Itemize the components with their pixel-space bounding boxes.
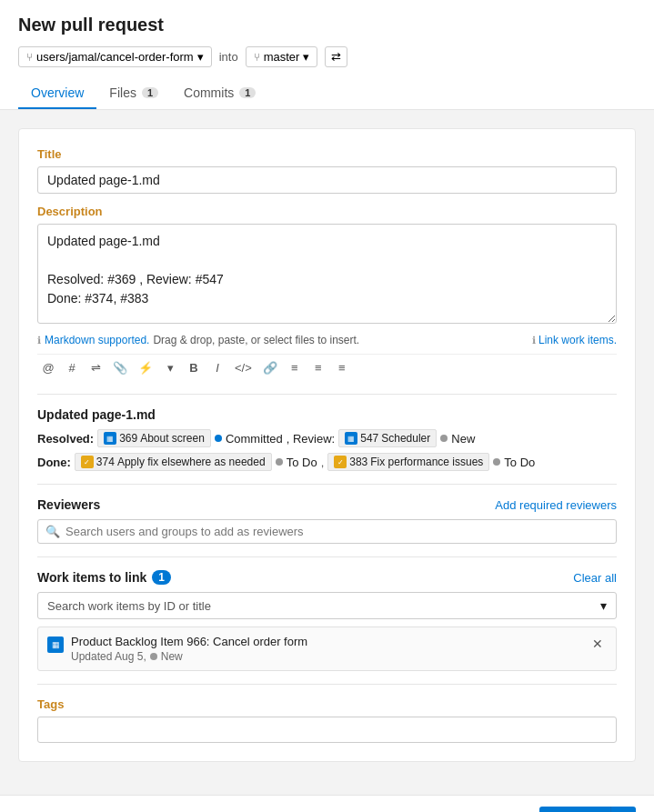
section-divider-2 xyxy=(37,484,617,485)
work-item-updated: Updated Aug 5, xyxy=(71,650,146,663)
chip-547-icon: ▦ xyxy=(345,432,357,445)
work-item-status-dot xyxy=(150,653,157,660)
target-branch-button[interactable]: ⑂ master ▾ xyxy=(246,46,318,67)
tags-label: Tags xyxy=(37,697,617,711)
toolbar-attach-button[interactable]: 📎 xyxy=(108,358,132,377)
done-line: Done: ✓ 374 Apply fix elsewhere as neede… xyxy=(37,453,617,471)
swap-branches-button[interactable]: ⇄ xyxy=(325,46,347,67)
work-item-details: Product Backlog Item 966: Cancel order f… xyxy=(71,635,307,663)
toolbar-indent-button[interactable]: ≡ xyxy=(331,358,353,377)
preview-title: Updated page-1.md xyxy=(37,407,617,422)
clear-all-link[interactable]: Clear all xyxy=(573,571,617,585)
work-item-icon: ▦ xyxy=(47,637,64,653)
todo-label-383: To Do xyxy=(504,456,535,469)
chip-374-icon: ✓ xyxy=(81,456,94,468)
chip-374-text: Apply fix elsewhere as needed xyxy=(117,456,266,468)
work-item-chip-383[interactable]: ✓ 383 Fix performance issues xyxy=(327,453,489,471)
work-item-meta: Updated Aug 5, New xyxy=(71,650,307,663)
work-item-title: Product Backlog Item 966: Cancel order f… xyxy=(71,635,307,648)
page-title: New pull request xyxy=(18,15,636,35)
into-text: into xyxy=(219,50,238,64)
toolbar: @ # ⇌ 📎 ⚡ ▾ B I </> 🔗 ≡ ≡ ≡ xyxy=(37,354,617,381)
form-section: Title Description Updated page-1.md Reso… xyxy=(18,128,636,762)
toolbar-bold-button[interactable]: B xyxy=(183,358,205,377)
branch-bar: ⑂ users/jamal/cancel-order-form ▾ into ⑂… xyxy=(18,46,636,67)
toolbar-hash-button[interactable]: # xyxy=(61,358,83,377)
chip-369-id: 369 xyxy=(119,432,137,445)
create-dropdown-button[interactable]: ▾ xyxy=(610,807,636,812)
chip-374-id: 374 xyxy=(96,456,115,468)
reviewer-search-icon: 🔍 xyxy=(45,525,60,538)
reviewers-header: Reviewers Add required reviewers xyxy=(37,497,617,512)
remove-work-item-button[interactable]: ✕ xyxy=(589,635,607,653)
work-item-dropdown-icon: ▾ xyxy=(600,598,607,613)
toolbar-hyperlink-button[interactable]: 🔗 xyxy=(258,358,282,377)
description-field-group: Description Updated page-1.md Resolved: … xyxy=(37,205,617,381)
target-branch-label: master xyxy=(264,50,300,64)
work-item-search-text: Search work items by ID or title xyxy=(47,599,211,613)
source-branch-chevron-icon: ▾ xyxy=(197,50,204,64)
work-item-chip-374[interactable]: ✓ 374 Apply fix elsewhere as needed xyxy=(75,453,272,471)
toolbar-code-button[interactable]: </> xyxy=(230,358,257,377)
work-items-header: Work items to link 1 Clear all xyxy=(37,570,617,585)
tags-input[interactable] xyxy=(37,717,617,743)
toolbar-ol-button[interactable]: ≡ xyxy=(284,358,306,377)
chip-383-icon: ✓ xyxy=(334,456,347,468)
toolbar-dropdown-button[interactable]: ▾ xyxy=(159,358,181,377)
chip-383-text: Fix performance issues xyxy=(370,456,483,468)
markdown-supported-link[interactable]: Markdown supported. xyxy=(45,334,149,346)
toolbar-ul-button[interactable]: ≡ xyxy=(307,358,329,377)
done-label: Done: xyxy=(37,456,71,469)
work-item-card: ▦ Product Backlog Item 966: Cancel order… xyxy=(37,627,617,671)
create-button[interactable]: Create xyxy=(539,807,610,812)
chip-383-id: 383 xyxy=(349,456,367,468)
chip-547-text: Scheduler xyxy=(381,432,430,445)
tab-files[interactable]: Files 1 xyxy=(96,78,171,109)
title-input[interactable] xyxy=(37,166,617,194)
source-branch-label: users/jamal/cancel-order-form xyxy=(36,50,194,64)
work-item-search-dropdown[interactable]: Search work items by ID or title ▾ xyxy=(37,592,617,619)
toolbar-mention-button[interactable]: @ xyxy=(37,358,59,377)
tab-overview-label: Overview xyxy=(31,85,84,100)
work-items-section: Work items to link 1 Clear all Search wo… xyxy=(37,570,617,671)
source-branch-button[interactable]: ⑂ users/jamal/cancel-order-form ▾ xyxy=(18,46,212,67)
markdown-drag-text: Drag & drop, paste, or select files to i… xyxy=(153,334,359,346)
chip-369-icon: ▦ xyxy=(104,432,116,445)
toolbar-link-pr-button[interactable]: ⇌ xyxy=(85,358,106,377)
reviewer-search-input[interactable] xyxy=(65,525,609,538)
section-divider-4 xyxy=(37,684,617,685)
tab-commits[interactable]: Commits 1 xyxy=(171,78,268,109)
description-label: Description xyxy=(37,205,617,218)
chip-369-text: About screen xyxy=(140,432,205,445)
swap-icon: ⇄ xyxy=(331,50,341,64)
add-required-reviewers-link[interactable]: Add required reviewers xyxy=(495,498,617,512)
preview-section: Updated page-1.md Resolved: ▦ 369 About … xyxy=(37,407,617,471)
tab-overview[interactable]: Overview xyxy=(18,78,96,109)
todo-label-374: To Do xyxy=(287,456,317,469)
work-item-chip-547[interactable]: ▦ 547 Scheduler xyxy=(338,429,437,447)
new-label-547: New xyxy=(451,432,475,446)
sep-comma: , xyxy=(321,456,325,469)
toolbar-action-button[interactable]: ⚡ xyxy=(134,358,157,377)
markdown-right: ℹ Link work items. xyxy=(532,334,617,346)
committed-label: Committed xyxy=(226,432,283,446)
tabs-bar: Overview Files 1 Commits 1 xyxy=(18,78,636,109)
source-branch-icon: ⑂ xyxy=(26,51,33,64)
link-work-items-link[interactable]: Link work items. xyxy=(538,334,617,346)
reviewers-label: Reviewers xyxy=(37,497,100,512)
footer-bar: Create ▾ xyxy=(0,795,654,812)
status-dot-todo-374 xyxy=(276,458,283,466)
description-textarea[interactable]: Updated page-1.md Resolved: #369 , Revie… xyxy=(37,224,617,324)
toolbar-italic-button[interactable]: I xyxy=(206,358,228,377)
status-dot-committed xyxy=(215,435,222,442)
reviewers-section: Reviewers Add required reviewers 🔍 xyxy=(37,497,617,544)
resolved-label: Resolved: xyxy=(37,432,94,446)
tab-commits-badge: 1 xyxy=(239,87,256,98)
work-item-chip-369[interactable]: ▦ 369 About screen xyxy=(97,429,211,447)
resolved-line: Resolved: ▦ 369 About screen Committed ,… xyxy=(37,429,617,447)
work-items-label: Work items to link 1 xyxy=(37,570,171,585)
tab-commits-label: Commits xyxy=(184,85,234,100)
section-divider-3 xyxy=(37,556,617,557)
tab-files-label: Files xyxy=(109,85,136,100)
work-items-label-text: Work items to link xyxy=(37,570,146,585)
